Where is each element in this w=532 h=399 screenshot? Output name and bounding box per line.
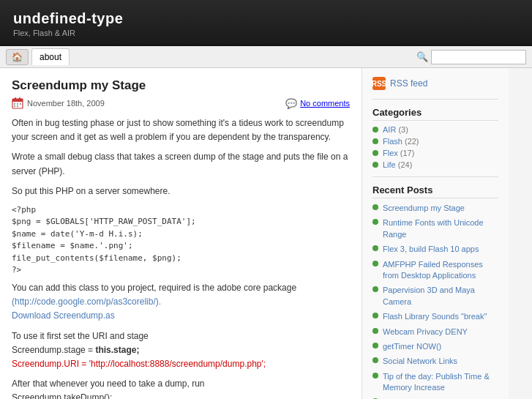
sidebar-divider-2 bbox=[372, 176, 498, 177]
category-dot bbox=[372, 150, 378, 156]
site-title: undefined-type bbox=[13, 10, 519, 27]
svg-rect-7 bbox=[14, 105, 15, 107]
post-1-date: November 18th, 2009 bbox=[12, 97, 105, 109]
category-item: Life (24) bbox=[372, 160, 498, 169]
post-1-meta: November 18th, 2009 💬 No comments bbox=[12, 97, 350, 109]
recent-post-item: Papervision 3D and Maya Camera bbox=[372, 285, 498, 307]
post-1-title: Screendump my Stage bbox=[12, 78, 350, 93]
rss-link[interactable]: RSS feed bbox=[390, 78, 427, 89]
category-count: (22) bbox=[402, 137, 419, 146]
category-count: (17) bbox=[398, 149, 415, 157]
recent-post-link[interactable]: Papervision 3D and Maya Camera bbox=[383, 285, 498, 307]
category-link[interactable]: Flash bbox=[383, 137, 402, 146]
recent-post-link[interactable]: AMFPHP Failed Responses from Desktop App… bbox=[383, 259, 498, 282]
google-code-link[interactable]: (http://code.google.com/p/as3corelib/). bbox=[12, 297, 161, 307]
recent-post-item: Flex 3, build Flash 10 apps bbox=[372, 244, 498, 255]
recent-post-link[interactable]: Flex 3, build Flash 10 apps bbox=[383, 244, 479, 255]
recent-dot bbox=[372, 219, 378, 225]
category-item: Flash (22) bbox=[372, 137, 498, 146]
search-input[interactable] bbox=[431, 50, 526, 64]
recent-dot bbox=[372, 261, 378, 266]
rss-icon: RSS bbox=[372, 77, 386, 90]
categories-title: Categories bbox=[372, 107, 498, 121]
search-icon: 🔍 bbox=[416, 51, 428, 62]
svg-rect-3 bbox=[19, 97, 20, 100]
recent-post-link[interactable]: Webcam Privacy DENY bbox=[383, 327, 468, 338]
main-layout: Screendump my Stage Nove bbox=[0, 68, 532, 399]
post-1-comments[interactable]: 💬 No comments bbox=[285, 98, 350, 109]
navbar: 🏠 about 🔍 bbox=[0, 46, 532, 68]
site-header: undefined-type Flex, Flash & AIR bbox=[0, 0, 532, 46]
category-count: (3) bbox=[396, 125, 408, 134]
recent-dot bbox=[372, 357, 378, 363]
recent-post-item: getTimer NOW() bbox=[372, 341, 498, 352]
svg-rect-2 bbox=[15, 97, 16, 100]
recent-post-link[interactable]: Social Network Links bbox=[383, 356, 457, 367]
recent-posts-list: Screendump my Stage Runtime Fonts with U… bbox=[372, 203, 498, 399]
category-link[interactable]: Flex bbox=[383, 149, 398, 157]
category-link[interactable]: Life bbox=[383, 160, 396, 169]
search-area: 🔍 bbox=[416, 50, 526, 64]
category-dot bbox=[372, 162, 378, 168]
recent-post-item: Social Network Links bbox=[372, 356, 498, 367]
category-link[interactable]: AIR bbox=[383, 125, 396, 134]
recent-posts-title: Recent Posts bbox=[372, 184, 498, 198]
download-link[interactable]: Download Screendump.as bbox=[12, 310, 115, 321]
svg-rect-8 bbox=[17, 105, 18, 107]
category-item: AIR (3) bbox=[372, 125, 498, 134]
recent-dot bbox=[372, 328, 378, 334]
categories-list: AIR (3) Flash (22) Flex (17) Life (24) bbox=[372, 125, 498, 169]
post-1: Screendump my Stage Nove bbox=[12, 78, 350, 399]
svg-rect-4 bbox=[14, 103, 15, 105]
svg-rect-6 bbox=[20, 103, 21, 105]
recent-post-link[interactable]: getTimer NOW() bbox=[383, 341, 441, 352]
recent-dot bbox=[372, 373, 378, 379]
about-tab[interactable]: about bbox=[31, 48, 70, 65]
category-count: (24) bbox=[396, 160, 413, 169]
category-dot bbox=[372, 138, 378, 144]
recent-dot bbox=[372, 343, 378, 348]
recent-post-item: Webcam Privacy DENY bbox=[372, 327, 498, 338]
recent-dot bbox=[372, 286, 378, 292]
site-subtitle: Flex, Flash & AIR bbox=[13, 29, 519, 37]
recent-dot bbox=[372, 204, 378, 210]
recent-post-link[interactable]: Runtime Fonts with Unicode Range bbox=[383, 217, 498, 240]
content-area: Screendump my Stage Nove bbox=[0, 68, 362, 399]
recent-post-link[interactable]: Flash Library Sounds "break" bbox=[383, 311, 487, 322]
recent-post-link[interactable]: Tip of the day: Publish Time & Memory In… bbox=[383, 371, 498, 394]
comment-icon: 💬 bbox=[285, 98, 297, 109]
recent-post-item: Flash Library Sounds "break" bbox=[372, 311, 498, 322]
recent-dot bbox=[372, 313, 378, 318]
recent-post-link[interactable]: Screendump my Stage bbox=[383, 203, 465, 214]
recent-post-item: Tip of the day: Publish Time & Memory In… bbox=[372, 371, 498, 394]
svg-rect-1 bbox=[12, 99, 23, 102]
recent-post-item: Screendump my Stage bbox=[372, 203, 498, 214]
sidebar-divider-1 bbox=[372, 99, 498, 100]
home-button[interactable]: 🏠 bbox=[6, 49, 29, 65]
svg-rect-5 bbox=[17, 103, 18, 105]
category-dot bbox=[372, 127, 378, 133]
recent-post-item: Runtime Fonts with Unicode Range bbox=[372, 217, 498, 240]
recent-dot bbox=[372, 245, 378, 251]
recent-post-item: AMFPHP Failed Responses from Desktop App… bbox=[372, 259, 498, 282]
rss-section: RSS RSS feed bbox=[372, 77, 498, 90]
sidebar: RSS RSS feed Categories AIR (3) Flash (2… bbox=[362, 68, 509, 399]
category-item: Flex (17) bbox=[372, 149, 498, 157]
calendar-icon bbox=[12, 97, 23, 109]
post-1-body: Often in bug testing phase or just to sh… bbox=[12, 116, 350, 399]
